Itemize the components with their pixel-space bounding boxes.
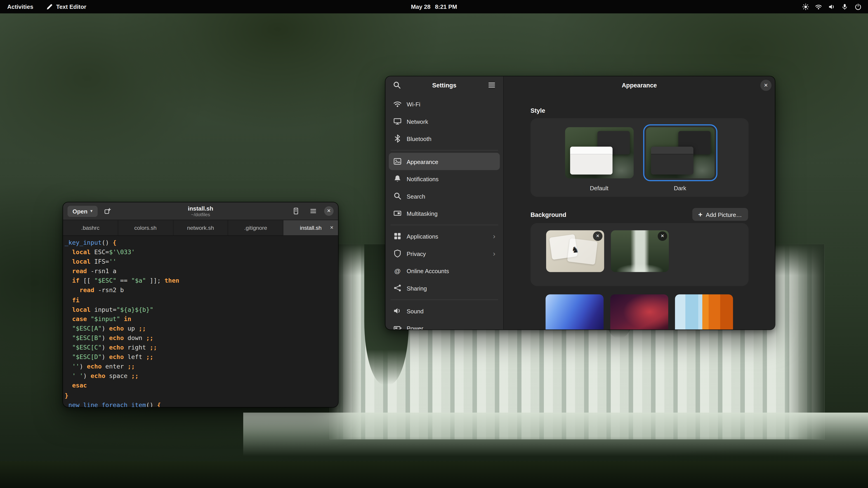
volume-icon (828, 3, 835, 10)
apps-grid-icon (393, 232, 402, 240)
activities-button[interactable]: Activities (7, 0, 33, 13)
sidebar-menu-button[interactable] (488, 81, 496, 89)
sidebar-item-wifi[interactable]: Wi-Fi (389, 95, 500, 113)
content-headerbar: Appearance ✕ (504, 76, 775, 94)
style-preview-default (565, 127, 633, 178)
code-line: fi (65, 295, 338, 305)
code-line: if [[ "$ESC" == "$a" ]]; then (65, 276, 338, 286)
code-line: local input="${a}${b}" (65, 305, 338, 314)
tab-gitignore[interactable]: .gitignore (228, 220, 283, 235)
sidebar-item-multitasking[interactable]: Multitasking (389, 205, 500, 222)
open-button[interactable]: Open ▾ (68, 205, 98, 217)
close-icon: ✕ (327, 209, 331, 214)
chevron-right-icon: › (493, 232, 495, 240)
power-icon (855, 3, 862, 10)
code-line: local ESC=$'\033' (65, 248, 338, 257)
bluetooth-icon (393, 134, 402, 143)
battery-icon (393, 324, 402, 330)
sidebar-item-label: Sound (407, 307, 424, 314)
code-line: read -rsn2 b (65, 286, 338, 295)
tab-close-icon[interactable]: ✕ (330, 225, 334, 230)
sidebar-item-applications[interactable]: Applications › (389, 228, 500, 245)
sidebar-item-bluetooth[interactable]: Bluetooth (389, 130, 500, 147)
code-line: "$ESC[B") echo down ;; (65, 333, 338, 343)
window-title-block: install.sh ~/dotfiles (188, 205, 213, 217)
preview-window-titlebar (651, 147, 693, 155)
open-button-label: Open (72, 207, 88, 215)
settings-sidebar: Settings Wi-Fi Network Bluetooth (385, 76, 504, 329)
tab-label: colors.sh (134, 225, 157, 231)
sidebar-item-label: Privacy (407, 250, 426, 257)
close-icon: ✕ (660, 234, 664, 238)
clock-button[interactable]: May 28 8:21 PM (411, 0, 457, 13)
add-picture-button[interactable]: + Add Picture… (692, 208, 748, 221)
sidebar-item-search[interactable]: Search (389, 187, 500, 205)
code-line: case "$input" in (65, 314, 338, 324)
sidebar-title: Settings (432, 82, 456, 89)
search-icon (393, 192, 402, 200)
code-line: } (65, 391, 338, 400)
top-bar: Activities Text Editor May 28 8:21 PM (0, 0, 868, 13)
code-line: '') echo enter ;; (65, 362, 338, 371)
sidebar-item-privacy[interactable]: Privacy › (389, 245, 500, 262)
settings-content: Appearance ✕ Style Default (504, 76, 775, 329)
background-thumbnail-abstract[interactable]: ♞ ✕ (546, 230, 604, 272)
tab-label: .bashrc (81, 225, 99, 231)
sidebar-list: Wi-Fi Network Bluetooth Appearance (385, 94, 503, 330)
caret-down-icon: ▾ (90, 209, 92, 213)
desktop: Activities Text Editor May 28 8:21 PM (0, 0, 868, 488)
sidebar-item-notifications[interactable]: Notifications (389, 170, 500, 188)
sidebar-item-label: Network (407, 118, 428, 125)
sidebar-item-sound[interactable]: Sound (389, 302, 500, 320)
close-settings-button[interactable]: ✕ (761, 79, 772, 91)
primary-menu-button[interactable] (307, 205, 319, 217)
system-tray[interactable] (802, 3, 868, 10)
preview-front-window (651, 147, 693, 174)
tab-label: install.sh (300, 225, 322, 231)
style-option-dark[interactable]: Dark (646, 127, 715, 197)
brightness-icon (802, 3, 809, 10)
close-window-button[interactable]: ✕ (324, 206, 334, 216)
sidebar-item-appearance[interactable]: Appearance (389, 153, 500, 170)
horse-silhouette: ♞ (571, 245, 579, 255)
search-button[interactable] (393, 81, 401, 89)
sidebar-item-sharing[interactable]: Sharing (389, 279, 500, 297)
wallpaper-tile-blue-geometric[interactable] (546, 294, 604, 329)
sidebar-item-label: Wi-Fi (407, 101, 420, 107)
code-line: "$ESC[A") echo up ;; (65, 324, 338, 333)
chevron-right-icon: › (493, 250, 495, 257)
date-label: May 28 (411, 3, 430, 10)
new-tab-button[interactable] (101, 205, 114, 217)
wallpaper-tile-pixel-orange[interactable] (675, 294, 733, 329)
code-line: esac (65, 381, 338, 391)
sidebar-item-label: Power (407, 325, 423, 330)
sidebar-item-network[interactable]: Network (389, 113, 500, 130)
remove-background-button[interactable]: ✕ (593, 231, 602, 241)
style-option-default[interactable]: Default (565, 127, 633, 197)
sidebar-item-power[interactable]: Power (389, 320, 500, 329)
remove-background-button[interactable]: ✕ (658, 231, 667, 241)
tab-bashrc[interactable]: .bashrc (63, 220, 118, 235)
style-preview-dark (646, 127, 715, 178)
app-menu-button[interactable]: Text Editor (46, 0, 86, 13)
document-overview-button[interactable] (289, 205, 302, 217)
wallpaper-tile-red-gradient[interactable] (610, 294, 669, 329)
style-section-label: Style (530, 107, 545, 114)
background-thumbnail-forest[interactable]: ✕ (611, 230, 669, 272)
code-line: _new_line_foreach_item() { (65, 400, 338, 407)
code-area[interactable]: _key_input() { local ESC=$'\033' local I… (63, 236, 338, 407)
time-label: 8:21 PM (435, 3, 457, 10)
page-title: Appearance (622, 82, 657, 89)
speaker-icon (393, 306, 402, 315)
tab-label: .gitignore (244, 225, 267, 231)
tab-install-sh[interactable]: install.sh ✕ (283, 220, 338, 235)
sidebar-item-label: Notifications (407, 175, 438, 182)
preview-front-window (570, 147, 612, 174)
sidebar-item-online-accounts[interactable]: @ Online Accounts (389, 262, 500, 280)
sidebar-separator (391, 299, 498, 300)
tab-colors-sh[interactable]: colors.sh (118, 220, 174, 235)
tab-network-sh[interactable]: network.sh (174, 220, 228, 235)
tab-label: network.sh (187, 225, 214, 231)
privacy-shield-icon (393, 249, 402, 258)
close-icon: ✕ (764, 82, 768, 88)
